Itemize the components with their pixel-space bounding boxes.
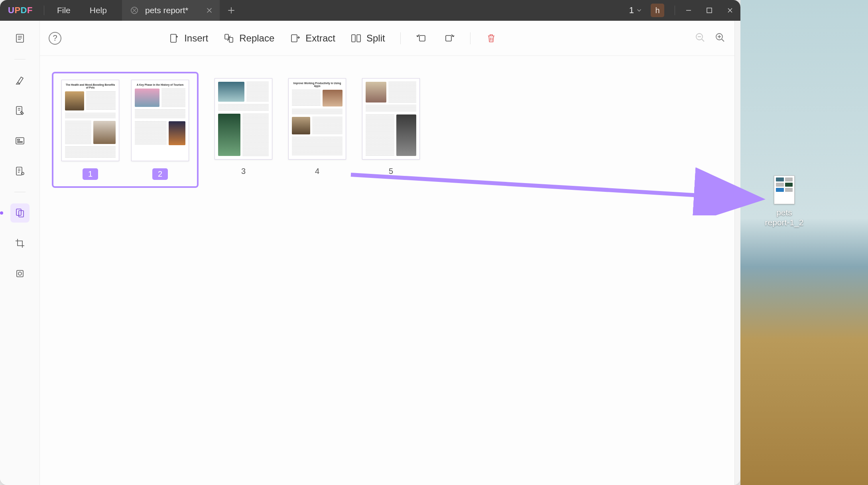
svg-rect-16 <box>291 35 297 42</box>
divider <box>44 6 44 15</box>
zoom-in-button[interactable] <box>714 32 726 45</box>
titlebar-right: 1 h <box>629 0 740 21</box>
tab-title: pets report* <box>145 6 189 15</box>
svg-rect-4 <box>16 138 24 144</box>
svg-rect-17 <box>352 35 355 42</box>
new-tab-button[interactable] <box>227 6 236 15</box>
page-title: The Health and Mood-Boosting Benefits of… <box>65 83 116 89</box>
page-preview <box>215 78 272 160</box>
insert-label: Insert <box>184 33 208 44</box>
svg-rect-7 <box>16 167 22 175</box>
app-window: UPDF File Help pets report* 1 h <box>0 0 740 485</box>
divider <box>400 32 401 44</box>
split-label: Split <box>366 33 385 44</box>
left-sidebar <box>0 21 40 485</box>
sidebar-form-button[interactable] <box>10 131 30 150</box>
page-number: 4 <box>315 167 319 176</box>
svg-rect-6 <box>18 142 22 142</box>
svg-rect-1 <box>707 8 712 13</box>
rotate-right-button[interactable] <box>443 32 455 44</box>
organize-toolbar: ? Insert Replace Extract <box>40 21 734 56</box>
svg-rect-13 <box>171 34 176 42</box>
page-title: Improve Working Productivity in Using Ap… <box>292 82 342 87</box>
extract-button[interactable]: Extract <box>289 33 335 44</box>
split-button[interactable]: Split <box>350 33 385 44</box>
page-thumbnail[interactable]: A Key Phase in the History of Tourism <box>131 80 189 180</box>
svg-rect-2 <box>16 34 24 42</box>
tab-close-button[interactable] <box>206 7 213 14</box>
divider <box>470 32 470 44</box>
page-preview: A Key Phase in the History of Tourism <box>131 80 189 161</box>
divider <box>14 59 26 59</box>
svg-rect-18 <box>357 35 360 42</box>
zoom-out-button[interactable] <box>695 32 706 45</box>
page-preview: Improve Working Productivity in Using Ap… <box>288 78 346 160</box>
scrollbar[interactable] <box>735 21 740 485</box>
window-maximize-button[interactable] <box>699 0 720 21</box>
sidebar-highlight-button[interactable] <box>10 71 30 90</box>
page-thumbnail[interactable]: 5 <box>362 78 420 176</box>
rotate-left-button[interactable] <box>416 32 428 44</box>
replace-button[interactable]: Replace <box>223 33 274 44</box>
page-number: 1 <box>83 168 98 180</box>
sidebar-edit-button[interactable] <box>10 101 30 120</box>
titlebar: UPDF File Help pets report* 1 h <box>0 0 740 21</box>
sidebar-crop-button[interactable] <box>10 234 30 253</box>
delete-button[interactable] <box>486 33 497 44</box>
file-label: petsreport-1_2 <box>765 207 804 227</box>
page-number: 5 <box>389 167 393 176</box>
sidebar-organize-pages-button[interactable] <box>10 203 30 223</box>
zoom-group <box>695 32 726 45</box>
extract-label: Extract <box>305 33 335 44</box>
desktop[interactable]: petsreport-1_2 <box>740 0 868 485</box>
sidebar-reader-button[interactable] <box>10 29 30 48</box>
help-button[interactable]: ? <box>49 32 61 45</box>
replace-label: Replace <box>239 33 274 44</box>
svg-rect-11 <box>17 270 23 277</box>
document-tab[interactable]: pets report* <box>122 0 220 21</box>
app-brand: UPDF <box>0 5 41 16</box>
svg-rect-14 <box>225 34 228 39</box>
page-number: 3 <box>241 167 246 176</box>
page-thumbnail-grid[interactable]: The Health and Mood-Boosting Benefits of… <box>40 56 734 485</box>
svg-rect-20 <box>446 35 451 41</box>
sidebar-watermark-button[interactable] <box>10 264 30 283</box>
main-panel: ? Insert Replace Extract <box>40 21 735 485</box>
page-thumbnail[interactable]: Improve Working Productivity in Using Ap… <box>288 78 346 176</box>
svg-rect-15 <box>229 37 233 42</box>
page-title: A Key Phase in the History of Tourism <box>135 83 185 86</box>
page-number: 2 <box>152 168 168 180</box>
tab-count[interactable]: 1 <box>629 5 634 16</box>
page-thumbnail[interactable]: 3 <box>215 78 272 176</box>
page-selection: The Health and Mood-Boosting Benefits of… <box>52 72 199 188</box>
page-preview: The Health and Mood-Boosting Benefits of… <box>61 80 119 161</box>
page-preview <box>362 78 420 160</box>
svg-rect-5 <box>18 139 20 140</box>
insert-button[interactable]: Insert <box>168 33 208 44</box>
svg-rect-19 <box>419 35 425 41</box>
svg-point-12 <box>18 272 22 275</box>
user-avatar[interactable]: h <box>651 4 664 17</box>
workspace: ? Insert Replace Extract <box>0 21 740 485</box>
chevron-down-icon[interactable] <box>636 8 642 13</box>
menu-help[interactable]: Help <box>80 6 116 15</box>
window-minimize-button[interactable] <box>678 0 699 21</box>
divider <box>675 6 675 15</box>
sidebar-ocr-button[interactable] <box>10 162 30 181</box>
divider <box>14 192 26 192</box>
file-thumbnail-icon <box>774 175 795 204</box>
desktop-file[interactable]: petsreport-1_2 <box>760 175 808 227</box>
window-close-button[interactable] <box>720 0 740 21</box>
document-icon <box>130 6 139 15</box>
menu-file[interactable]: File <box>47 6 80 15</box>
toolbar-center-group: Insert Replace Extract Split <box>168 32 496 44</box>
page-thumbnail[interactable]: The Health and Mood-Boosting Benefits of… <box>61 80 119 180</box>
